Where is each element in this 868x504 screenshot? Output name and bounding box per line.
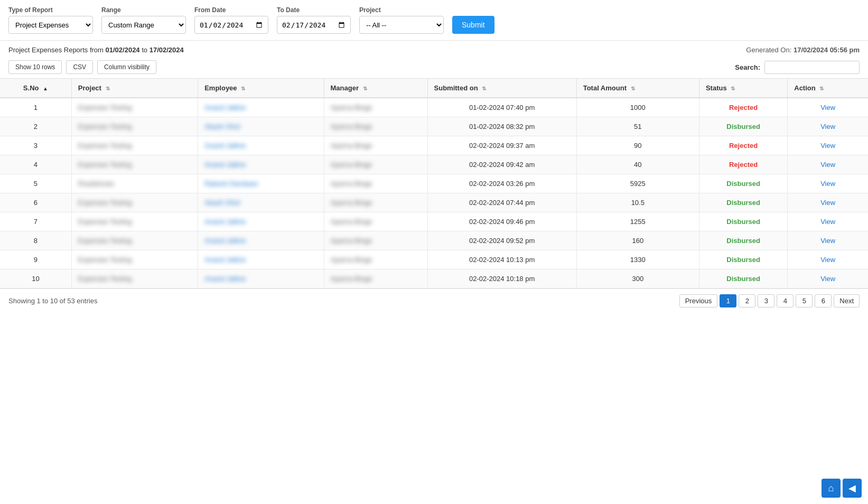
report-summary: Project Expenses Reports from 01/02/2024… bbox=[8, 46, 184, 54]
view-link[interactable]: View bbox=[820, 142, 835, 150]
col-action[interactable]: Action ⇅ bbox=[788, 79, 868, 98]
view-link[interactable]: View bbox=[820, 161, 835, 169]
page-btn-3[interactable]: 3 bbox=[758, 294, 774, 307]
cell-action[interactable]: View bbox=[788, 117, 868, 136]
sort-icon-submitted: ⇅ bbox=[482, 86, 486, 91]
cell-sno: 9 bbox=[0, 250, 71, 269]
cell-action[interactable]: View bbox=[788, 269, 868, 288]
cell-status: Disbursed bbox=[699, 193, 787, 212]
cell-action[interactable]: View bbox=[788, 193, 868, 212]
from-date-input[interactable] bbox=[194, 16, 268, 34]
view-link[interactable]: View bbox=[820, 275, 835, 283]
type-of-report-select[interactable]: Project Expenses Employee Expenses bbox=[8, 16, 93, 34]
col-manager[interactable]: Manager ⇅ bbox=[324, 79, 427, 98]
cell-action[interactable]: View bbox=[788, 155, 868, 174]
col-sno[interactable]: S.No ▲ bbox=[0, 79, 71, 98]
cell-status: Disbursed bbox=[699, 212, 787, 231]
project-select[interactable]: -- All -- bbox=[359, 16, 444, 34]
col-submitted-on[interactable]: Submitted on ⇅ bbox=[427, 79, 576, 98]
view-link[interactable]: View bbox=[820, 123, 835, 130]
cell-total-amount: 160 bbox=[576, 231, 699, 250]
sort-icon-manager: ⇅ bbox=[363, 86, 367, 91]
view-link[interactable]: View bbox=[820, 104, 835, 111]
cell-manager: Aparna Binge bbox=[324, 212, 427, 231]
cell-submitted-on: 02-02-2024 09:46 pm bbox=[427, 212, 576, 231]
cell-submitted-on: 01-02-2024 08:32 pm bbox=[427, 117, 576, 136]
table-controls-left: Show 10 rows CSV Column visibility bbox=[8, 60, 156, 74]
page-btn-4[interactable]: 4 bbox=[777, 294, 794, 307]
project-group: Project -- All -- bbox=[359, 6, 444, 34]
cell-employee: Anand Jalline bbox=[198, 155, 324, 174]
generated-on: Generated On: 17/02/2024 05:56 pm bbox=[746, 46, 860, 54]
cell-sno: 3 bbox=[0, 136, 71, 155]
cell-total-amount: 40 bbox=[576, 155, 699, 174]
cell-sno: 2 bbox=[0, 117, 71, 136]
cell-status: Disbursed bbox=[699, 117, 787, 136]
previous-button[interactable]: Previous bbox=[679, 294, 718, 307]
search-input[interactable] bbox=[764, 61, 860, 74]
table-controls-right: Search: bbox=[735, 61, 860, 74]
cell-total-amount: 51 bbox=[576, 117, 699, 136]
to-date-input[interactable] bbox=[277, 16, 351, 34]
cell-manager: Aparna Binge bbox=[324, 98, 427, 117]
view-link[interactable]: View bbox=[820, 237, 835, 245]
col-status[interactable]: Status ⇅ bbox=[699, 79, 787, 98]
next-button[interactable]: Next bbox=[834, 294, 860, 307]
cell-total-amount: 1330 bbox=[576, 250, 699, 269]
cell-manager: Aparna Binge bbox=[324, 231, 427, 250]
cell-employee: Akash Ohol bbox=[198, 117, 324, 136]
cell-status: Rejected bbox=[699, 98, 787, 117]
range-select[interactable]: Custom Range This Month Last Month This … bbox=[101, 16, 186, 34]
page-btn-1[interactable]: 1 bbox=[720, 294, 736, 307]
sort-icon-action: ⇅ bbox=[819, 86, 824, 91]
col-employee[interactable]: Employee ⇅ bbox=[198, 79, 324, 98]
cell-employee: Akash Ohol bbox=[198, 193, 324, 212]
pagination-bar: Showing 1 to 10 of 53 entries Previous 1… bbox=[0, 288, 868, 313]
type-of-report-label: Type of Report bbox=[8, 6, 93, 14]
cell-status: Disbursed bbox=[699, 231, 787, 250]
sort-icon-sno: ▲ bbox=[43, 86, 48, 91]
table-row: 1 Expenses Testing Anand Jalline Aparna … bbox=[0, 98, 868, 117]
cell-sno: 10 bbox=[0, 269, 71, 288]
page-btn-2[interactable]: 2 bbox=[739, 294, 755, 307]
table-row: 6 Expenses Testing Akash Ohol Aparna Bin… bbox=[0, 193, 868, 212]
cell-total-amount: 1255 bbox=[576, 212, 699, 231]
cell-action[interactable]: View bbox=[788, 136, 868, 155]
page-btn-5[interactable]: 5 bbox=[796, 294, 813, 307]
view-link[interactable]: View bbox=[820, 180, 835, 188]
from-date-label: From Date bbox=[194, 6, 268, 14]
pagination-controls: Previous 1 2 3 4 5 6 Next bbox=[679, 294, 860, 307]
range-label: Range bbox=[101, 6, 186, 14]
cell-sno: 7 bbox=[0, 212, 71, 231]
view-link[interactable]: View bbox=[820, 218, 835, 226]
col-total-amount[interactable]: Total Amount ⇅ bbox=[576, 79, 699, 98]
cell-action[interactable]: View bbox=[788, 250, 868, 269]
cell-submitted-on: 01-02-2024 07:40 pm bbox=[427, 98, 576, 117]
cell-total-amount: 1000 bbox=[576, 98, 699, 117]
csv-button[interactable]: CSV bbox=[66, 60, 93, 74]
cell-manager: Aparna Binge bbox=[324, 155, 427, 174]
cell-employee: Anand Jalline bbox=[198, 212, 324, 231]
type-of-report-group: Type of Report Project Expenses Employee… bbox=[8, 6, 93, 34]
view-link[interactable]: View bbox=[820, 256, 835, 264]
submit-button[interactable]: Submit bbox=[452, 16, 494, 34]
col-project[interactable]: Project ⇅ bbox=[71, 79, 198, 98]
cell-total-amount: 90 bbox=[576, 136, 699, 155]
to-date-label: To Date bbox=[277, 6, 351, 14]
cell-action[interactable]: View bbox=[788, 98, 868, 117]
cell-action[interactable]: View bbox=[788, 212, 868, 231]
cell-action[interactable]: View bbox=[788, 231, 868, 250]
column-visibility-button[interactable]: Column visibility bbox=[97, 60, 156, 74]
cell-employee: Anand Jalline bbox=[198, 98, 324, 117]
cell-manager: Aparna Binge bbox=[324, 193, 427, 212]
show-rows-button[interactable]: Show 10 rows bbox=[8, 60, 62, 74]
cell-employee: Rakesh Dambare bbox=[198, 174, 324, 193]
table-row: 7 Expenses Testing Anand Jalline Aparna … bbox=[0, 212, 868, 231]
cell-action[interactable]: View bbox=[788, 174, 868, 193]
view-link[interactable]: View bbox=[820, 199, 835, 207]
table-header: S.No ▲ Project ⇅ Employee ⇅ Manager ⇅ Su… bbox=[0, 79, 868, 98]
cell-status: Rejected bbox=[699, 155, 787, 174]
cell-project: Expenses Testing bbox=[71, 250, 198, 269]
page-btn-6[interactable]: 6 bbox=[815, 294, 832, 307]
cell-manager: Aparna Binge bbox=[324, 250, 427, 269]
